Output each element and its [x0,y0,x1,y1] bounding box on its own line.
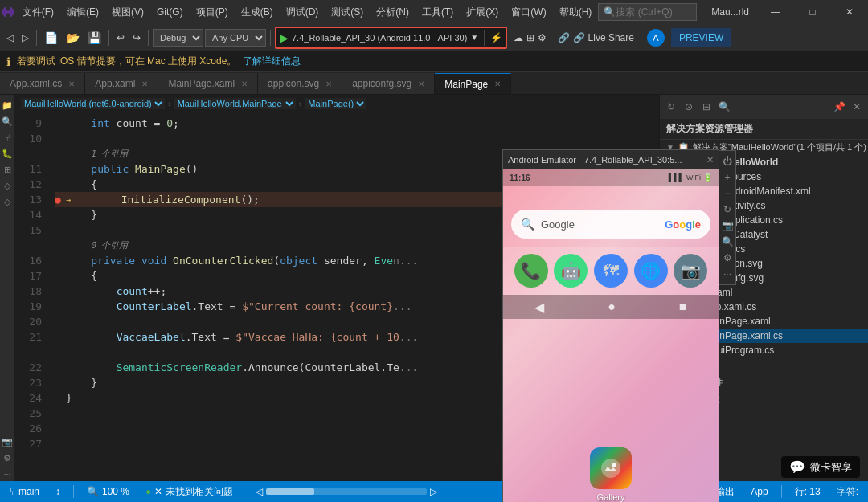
side-filter-button[interactable]: 🔍 [716,99,732,115]
title-search-input[interactable] [616,6,691,18]
emu-rotate[interactable]: ↻ [720,202,735,217]
activity-diamond2[interactable]: ◇ [0,194,14,209]
tab-close-2[interactable]: ✕ [241,80,248,88]
status-sync[interactable]: ↕ [52,486,63,497]
emu-more[interactable]: ··· [720,267,735,281]
tab-mainpage-xaml[interactable]: MainPage.xaml ✕ [158,73,258,94]
activity-git[interactable]: ⑂ [0,130,14,145]
redo-button[interactable]: ↪ [129,28,144,47]
side-close-panel[interactable]: ✕ [849,99,865,115]
code-line-9: int count = 0; [55,116,653,131]
tab-close-0[interactable]: ✕ [68,80,75,88]
tab-label-4: appiconfg.svg [352,78,411,89]
menu-test[interactable]: 测试(S) [325,0,370,24]
dock-chrome-icon[interactable]: 🌐 [634,254,668,288]
emu-zoom[interactable]: 🔍 [720,235,735,249]
tab-close-4[interactable]: ✕ [418,80,424,88]
emu-vol-up[interactable]: + [720,170,735,185]
menu-help[interactable]: 帮助(H) [553,0,599,24]
platform-dropdown[interactable]: Any CPU [205,29,266,47]
info-link[interactable]: 了解详细信息 [243,55,301,68]
close-button[interactable]: ✕ [831,0,868,24]
emu-screenshot[interactable]: 📷 [720,218,735,233]
emu-vol-down[interactable]: − [720,186,735,201]
side-nav-button[interactable]: ⊙ [681,99,697,115]
side-sync-button[interactable]: ↻ [663,99,679,115]
title-search-box[interactable]: 🔍 [598,3,697,21]
live-share-button[interactable]: 🔗 🔗 Live Share [551,32,641,43]
dock-phone-icon[interactable]: 📞 [514,254,548,288]
titlebar: 文件(F) 编辑(E) 视图(V) Git(G) 项目(P) 生成(B) 调试(… [0,0,868,24]
breadcrumb-sep2: › [299,99,302,108]
activity-settings-bottom[interactable]: ⚙ [0,451,14,465]
tab-app-xaml[interactable]: App.xaml ✕ [85,73,158,94]
breadcrumb-method[interactable]: MainPage() [305,98,366,109]
new-file-button[interactable]: 📄 [41,28,61,47]
status-circle[interactable]: ● ✕ 未找到相关问题 [142,485,236,499]
forward-button[interactable]: ▷ [18,28,32,47]
run-button[interactable]: ▶ [280,31,289,44]
nav-recent-button[interactable]: ■ [679,300,687,314]
side-pin-button[interactable]: 📌 [831,99,847,115]
scroll-indicator[interactable] [266,488,427,495]
menu-edit[interactable]: 编辑(E) [60,0,105,24]
activity-extensions[interactable]: ⊞ [0,162,14,177]
menu-view[interactable]: 视图(V) [105,0,150,24]
activity-more[interactable]: ··· [0,467,14,481]
menu-tools[interactable]: 工具(T) [416,0,460,24]
restore-button[interactable]: □ [794,0,831,24]
toolbar-icons-right[interactable]: ☁ ⊞ ⚙ [510,28,550,47]
back-button[interactable]: ◁ [3,28,17,47]
save-button[interactable]: 💾 [84,28,104,47]
info-message: 若要调试 iOS 情节提要，可在 Mac 上使用 Xcode。 [17,55,236,68]
debug-mode-dropdown[interactable]: Debug [153,29,203,47]
tab-app-xaml-cs[interactable]: App.xaml.cs ✕ [0,73,85,94]
tab-close-1[interactable]: ✕ [141,80,148,88]
menu-file[interactable]: 文件(F) [16,0,60,24]
nav-back-button[interactable]: ◀ [534,300,544,315]
tab-close-5[interactable]: ✕ [494,80,501,88]
undo-button[interactable]: ↩ [113,28,128,47]
activity-camera[interactable]: 📷 [0,435,14,449]
emu-power-button[interactable]: ⏻ [720,154,735,169]
nav-home-button[interactable]: ● [608,300,616,314]
user-avatar[interactable]: A [642,29,669,47]
svg-point-1 [601,459,620,478]
activity-diamond[interactable]: ◇ [0,178,14,193]
hot-reload-button[interactable]: ⚡ [490,32,502,43]
menu-extensions[interactable]: 扩展(X) [460,0,505,24]
emulator-close-button[interactable]: ✕ [706,155,714,165]
tab-close-3[interactable]: ✕ [326,80,332,88]
status-app[interactable]: App [747,485,771,499]
dock-maps-icon[interactable]: 🗺 [594,254,628,288]
status-zoom[interactable]: 🔍 100 % [84,486,133,497]
gallery-app-icon[interactable]: Gallery [590,447,632,502]
menu-window[interactable]: 窗口(W) [505,0,552,24]
tab-mainpage-active[interactable]: MainPage ✕ [435,73,511,94]
side-collapse-button[interactable]: ⊟ [698,99,714,115]
android-search-bar[interactable]: 🔍 Google Google [511,210,710,239]
menu-git[interactable]: Git(G) [150,0,190,24]
activity-explorer[interactable]: 📁 [0,98,14,112]
status-scrubber[interactable]: ◁ ▷ [252,486,440,497]
status-branch[interactable]: ⑂ main [6,486,43,497]
menu-build[interactable]: 生成(B) [235,0,280,24]
status-circle-icon: ● [145,486,151,497]
tab-appiconfg-svg[interactable]: appiconfg.svg ✕ [342,73,435,94]
tab-appicon-svg[interactable]: appicon.svg ✕ [258,73,342,94]
menu-debug[interactable]: 调试(D) [280,0,326,24]
run-dropdown[interactable]: ▼ [470,33,478,42]
status-line[interactable]: 行: 13 [792,485,824,499]
minimize-button[interactable]: — [757,0,794,24]
breadcrumb-project[interactable]: MauiHelloWorld (net6.0-android) [21,98,165,109]
open-button[interactable]: 📂 [63,28,83,47]
dock-camera-icon[interactable]: 📷 [674,254,707,288]
preview-button[interactable]: PREVIEW [671,28,731,47]
dock-android-icon[interactable]: 🤖 [554,254,588,288]
activity-debug[interactable]: 🐛 [0,146,14,161]
menu-analyze[interactable]: 分析(N) [370,0,416,24]
activity-search[interactable]: 🔍 [0,114,14,129]
breadcrumb-class[interactable]: MauiHelloWorld.MainPage [174,98,296,109]
emu-settings[interactable]: ⚙ [720,251,735,265]
menu-project[interactable]: 项目(P) [190,0,235,24]
